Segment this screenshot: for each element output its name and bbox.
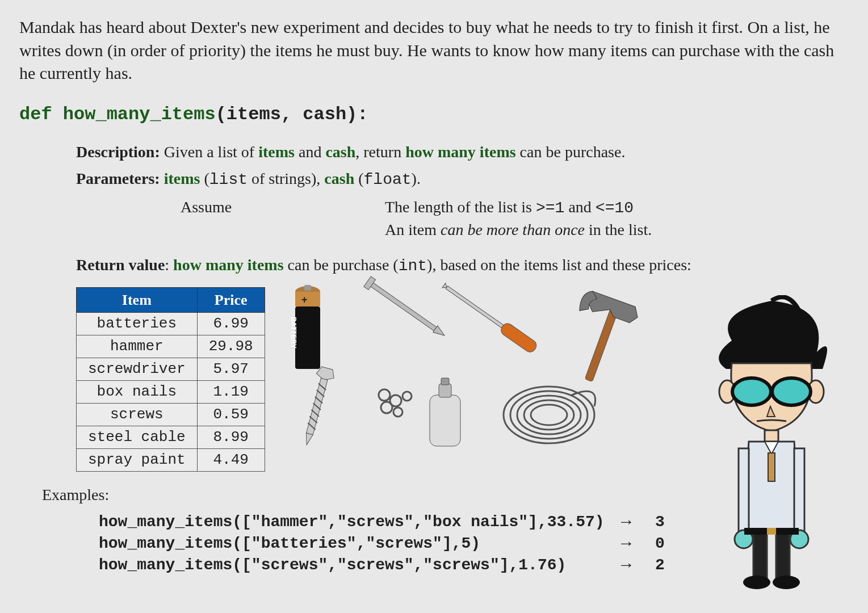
- func-name: how_many_items: [63, 104, 216, 125]
- cell-price: 5.97: [197, 358, 265, 380]
- function-signature: def how_many_items(items, cash):: [19, 102, 849, 127]
- table-row: hammer29.98: [77, 335, 265, 358]
- svg-rect-2: [304, 285, 311, 291]
- parameters-label: Parameters:: [76, 170, 160, 187]
- svg-rect-25: [441, 378, 449, 385]
- svg-rect-41: [765, 430, 778, 442]
- svg-rect-1: [295, 292, 320, 306]
- svg-rect-9: [446, 285, 504, 328]
- paren-open: (: [216, 104, 227, 125]
- svg-point-35: [531, 405, 567, 425]
- cell-price: 29.98: [197, 335, 265, 358]
- svg-point-38: [732, 378, 771, 405]
- mandak-character: [698, 295, 845, 590]
- svg-point-32: [510, 391, 588, 439]
- keyword-def: def: [19, 104, 52, 125]
- svg-point-29: [393, 408, 402, 417]
- th-price: Price: [197, 287, 265, 312]
- example-call: how_many_items(["screws","screws","screw…: [99, 555, 621, 576]
- cell-item: hammer: [77, 335, 198, 358]
- intro-text: Mandak has heard about Dexter's new expe…: [19, 16, 849, 85]
- assume-label: Assume: [76, 196, 385, 218]
- description-line: Description: Given a list of items and c…: [76, 141, 849, 163]
- cell-price: 8.99: [197, 426, 265, 449]
- example-output: 2: [655, 555, 689, 576]
- svg-text:+: +: [301, 294, 308, 305]
- arrow-icon: →: [621, 511, 655, 534]
- svg-point-50: [743, 576, 770, 589]
- return-value-label: Return value: [76, 256, 165, 274]
- table-row: screws0.59: [77, 404, 265, 426]
- svg-rect-44: [739, 448, 749, 534]
- spray-paint-icon: [362, 361, 475, 457]
- svg-point-39: [772, 378, 811, 405]
- svg-rect-48: [753, 534, 767, 579]
- svg-point-28: [381, 402, 392, 413]
- svg-rect-53: [767, 528, 776, 535]
- description-label: Description:: [76, 143, 160, 161]
- arrow-icon: →: [621, 554, 655, 577]
- cell-price: 1.19: [197, 381, 265, 404]
- svg-point-27: [379, 389, 390, 401]
- th-item: Item: [77, 287, 198, 312]
- svg-point-30: [402, 392, 412, 401]
- svg-rect-49: [776, 534, 790, 579]
- arrow-icon: →: [621, 532, 655, 556]
- steel-cable-icon: [492, 372, 606, 457]
- price-table: Item Price batteries6.99hammer29.98screw…: [76, 287, 265, 472]
- assume-row: Assume The length of the list is >=1 and…: [76, 196, 849, 241]
- cell-item: spray paint: [77, 449, 198, 472]
- screw-icon: [282, 361, 350, 457]
- svg-text:BATTERY: BATTERY: [290, 317, 297, 348]
- example-call: how_many_items(["hammer","screws","box n…: [99, 511, 621, 533]
- example-output: 0: [655, 533, 689, 555]
- svg-point-33: [517, 396, 581, 434]
- svg-rect-10: [498, 321, 538, 354]
- cell-price: 6.99: [197, 312, 265, 335]
- cell-item: screwdriver: [77, 358, 198, 380]
- cell-item: box nails: [77, 381, 198, 404]
- example-output: 3: [655, 511, 689, 533]
- table-row: steel cable8.99: [77, 426, 265, 449]
- problem-page: Mandak has heard about Dexter's new expe…: [0, 0, 868, 587]
- table-row: screwdriver5.97: [77, 358, 265, 380]
- cell-price: 0.59: [197, 404, 265, 426]
- svg-rect-3: [295, 306, 320, 369]
- svg-rect-23: [430, 395, 460, 446]
- svg-rect-24: [439, 384, 451, 397]
- params: items, cash: [227, 104, 346, 125]
- cell-price: 4.49: [197, 449, 265, 472]
- parameters-line: Parameters: items (list of strings), cas…: [76, 168, 849, 191]
- paren-close: ):: [346, 104, 368, 125]
- example-call: how_many_items(["batteries","screws"],5): [99, 533, 621, 555]
- svg-rect-6: [368, 282, 436, 331]
- cell-item: steel cable: [77, 426, 198, 449]
- table-row: spray paint4.49: [77, 449, 265, 472]
- svg-rect-45: [794, 448, 804, 534]
- screwdriver-icon: [430, 276, 555, 367]
- table-row: box nails1.19: [77, 381, 265, 404]
- svg-point-51: [773, 576, 800, 589]
- table-row: batteries6.99: [77, 312, 265, 335]
- svg-marker-15: [303, 433, 313, 446]
- assume-body: The length of the list is >=1 and <=10 A…: [385, 196, 849, 241]
- cell-item: screws: [77, 404, 198, 426]
- return-value-line: Return value: how many items can be purc…: [76, 254, 849, 277]
- svg-rect-43: [768, 453, 775, 481]
- cell-item: batteries: [77, 312, 198, 335]
